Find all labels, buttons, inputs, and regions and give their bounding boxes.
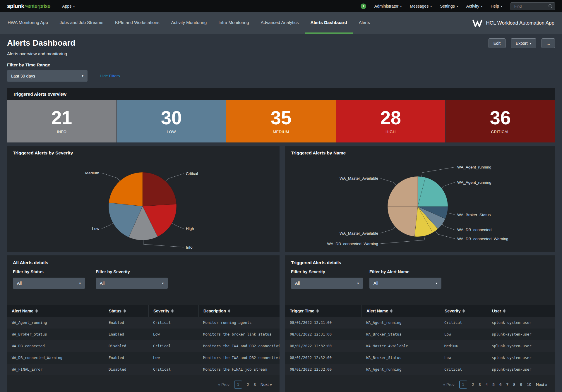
pagination-page[interactable]: 3 [479, 382, 481, 387]
pagination-prev[interactable]: « Prev [443, 382, 455, 387]
pagination-page[interactable]: 9 [520, 382, 522, 387]
table-cell[interactable]: Low [148, 352, 198, 364]
table-cell[interactable]: splunk-system-user [487, 329, 555, 340]
table-row[interactable]: WA_DB_connectedDisabledCriticalMonitors … [7, 340, 280, 352]
table-row[interactable]: WA_Broker_StatusEnabledLowMonitors the b… [7, 329, 280, 340]
table-cell[interactable]: 08/01/2022 12:31:00 [285, 329, 361, 340]
help-menu[interactable]: Help ▾ [491, 4, 502, 8]
pagination-page[interactable]: 2 [472, 382, 474, 387]
table-cell[interactable]: Medium [440, 340, 487, 352]
pagination-page[interactable]: 10 [527, 382, 531, 387]
apps-menu[interactable]: Apps ▾ [62, 4, 75, 8]
activity-menu[interactable]: Activity ▾ [466, 4, 482, 8]
column-header-description[interactable]: Description [198, 305, 280, 317]
column-header-severity[interactable]: Severity [440, 305, 487, 317]
pagination-page[interactable]: 4 [486, 382, 488, 387]
table-cell[interactable]: Low [440, 352, 487, 364]
pagination-next[interactable]: Next » [536, 382, 547, 387]
table-cell[interactable]: 08/01/2022 12:32:00 [285, 364, 361, 375]
tab-infra-monitoring[interactable]: Infra Monitoring [213, 12, 255, 34]
table-cell[interactable]: Disabled [104, 340, 148, 352]
pagination-prev[interactable]: « Prev [218, 382, 229, 387]
tab-jobs-and-job-streams[interactable]: Jobs and Job Streams [54, 12, 109, 34]
overview-tile-critical[interactable]: 36 CRITICAL [446, 100, 555, 142]
table-cell[interactable]: Critical [148, 340, 198, 352]
tab-advanced-analytics[interactable]: Advanced Analytics [255, 12, 305, 34]
tab-activity-monitoring[interactable]: Activity Monitoring [165, 12, 213, 34]
tab-alerts[interactable]: Alerts [353, 12, 376, 34]
column-header-status[interactable]: Status [104, 305, 148, 317]
severity-filter-dropdown[interactable]: All ▾ [96, 278, 168, 289]
messages-menu[interactable]: Messages ▾ [410, 4, 432, 8]
table-cell[interactable]: Low [148, 329, 198, 340]
alert-name-filter-dropdown[interactable]: All ▾ [369, 278, 441, 289]
overview-tile-medium[interactable]: 35 MEDIUM [226, 100, 336, 142]
table-cell[interactable]: Monitors the FINAL job stream [198, 364, 280, 375]
column-header-trigger-time[interactable]: Trigger Time [285, 305, 361, 317]
table-cell[interactable]: 08/01/2022 12:32:00 [285, 340, 361, 352]
status-filter-dropdown[interactable]: All ▾ [13, 278, 85, 289]
table-cell[interactable]: splunk-system-user [487, 317, 555, 329]
settings-menu[interactable]: Settings ▾ [440, 4, 458, 8]
table-cell[interactable]: 08/01/2022 12:32:00 [285, 352, 361, 364]
pie-slice[interactable] [109, 172, 143, 206]
pagination-page[interactable]: 7 [506, 382, 508, 387]
search-input[interactable] [514, 4, 548, 9]
table-cell[interactable]: WA_Broker_Status [361, 352, 440, 364]
table-row[interactable]: WA_Agent_runningEnabledCriticalMonitor r… [7, 317, 280, 329]
tab-alerts-dashboard[interactable]: Alerts Dashboard [305, 12, 353, 34]
info-icon[interactable]: i [361, 4, 366, 9]
table-cell[interactable]: Monitors the IWA and DB2 connectivity [198, 352, 280, 364]
export-button[interactable]: Export ▾ [511, 38, 537, 48]
table-cell[interactable]: Critical [148, 364, 198, 375]
column-header-alert-name[interactable]: Alert Name [7, 305, 104, 317]
pagination-next[interactable]: Next » [261, 382, 272, 387]
pagination-page[interactable]: 1 [459, 381, 467, 388]
edit-button[interactable]: Edit [489, 38, 506, 48]
pagination-page[interactable]: 2 [247, 382, 249, 387]
tab-hwa-monitoring-app[interactable]: HWA Monitoring App [2, 12, 54, 34]
pagination-page[interactable]: 1 [234, 381, 242, 388]
column-header-alert-name[interactable]: Alert Name [361, 305, 440, 317]
pagination-page[interactable]: 5 [492, 382, 495, 387]
table-cell[interactable]: Monitor running agents [198, 317, 280, 329]
table-cell[interactable]: Low [440, 329, 487, 340]
administrator-menu[interactable]: Administrator ▾ [374, 4, 402, 8]
table-row[interactable]: 08/01/2022 12:32:00WA_Broker_StatusLowsp… [285, 352, 555, 364]
table-cell[interactable]: WA_DB_connected_Warning [7, 352, 104, 364]
table-row[interactable]: 08/01/2022 12:32:00WA_Agent_runningCriti… [285, 364, 555, 375]
table-cell[interactable]: splunk-system-user [487, 340, 555, 352]
table-row[interactable]: 08/01/2022 12:32:00WA_Master_AvailableMe… [285, 340, 555, 352]
table-cell[interactable]: splunk-system-user [487, 364, 555, 375]
table-cell[interactable]: Disabled [104, 364, 148, 375]
table-cell[interactable]: Monitors the broker link status [198, 329, 280, 340]
search-box[interactable] [510, 2, 555, 10]
overview-tile-info[interactable]: 21 INFO [7, 100, 116, 142]
column-header-severity[interactable]: Severity [148, 305, 198, 317]
pie-slice[interactable] [143, 172, 177, 206]
table-cell[interactable]: Critical [440, 364, 487, 375]
overview-tile-high[interactable]: 28 HIGH [336, 100, 446, 142]
time-range-dropdown[interactable]: Last 30 days ▾ [7, 70, 88, 82]
pagination-page[interactable]: 8 [513, 382, 515, 387]
table-cell[interactable]: WA_Broker_Status [7, 329, 104, 340]
table-row[interactable]: 08/01/2022 12:31:00WA_Agent_runningCriti… [285, 317, 555, 329]
table-cell[interactable]: WA_Agent_running [361, 317, 440, 329]
column-header-user[interactable]: User [487, 305, 555, 317]
splunk-logo[interactable]: splunk >enterprise [7, 3, 50, 9]
pagination-page[interactable]: 6 [499, 382, 502, 387]
table-cell[interactable]: Enabled [104, 317, 148, 329]
table-cell[interactable]: splunk-system-user [487, 352, 555, 364]
severity-filter-dropdown[interactable]: All ▾ [291, 278, 363, 289]
table-cell[interactable]: WA_Broker_Status [361, 329, 440, 340]
table-cell[interactable]: WA_Master_Available [361, 340, 440, 352]
pie-slice[interactable] [388, 207, 418, 236]
pagination-page[interactable]: 3 [253, 382, 256, 387]
table-cell[interactable]: WA_Agent_running [7, 317, 104, 329]
table-cell[interactable]: WA_DB_connected [7, 340, 104, 352]
table-cell[interactable]: Enabled [104, 352, 148, 364]
table-row[interactable]: 08/01/2022 12:31:00WA_Broker_StatusLowsp… [285, 329, 555, 340]
hide-filters-link[interactable]: Hide Filters [100, 74, 120, 78]
more-button[interactable]: ... [542, 38, 555, 48]
table-cell[interactable]: WA_Agent_running [361, 364, 440, 375]
